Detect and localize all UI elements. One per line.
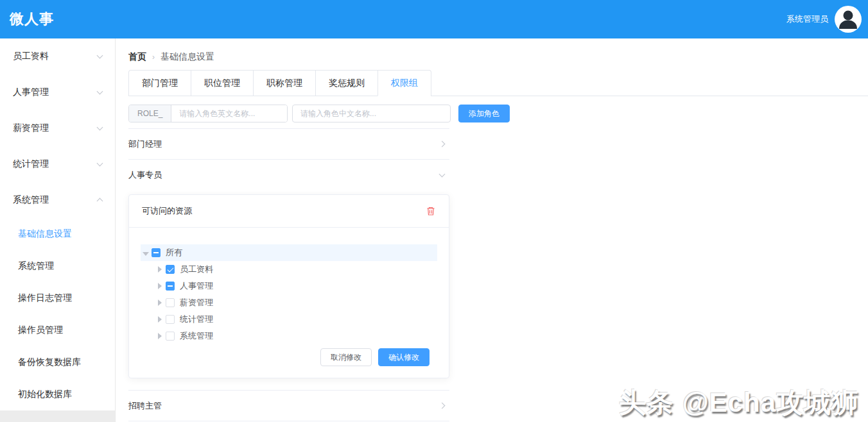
- tab-permission-groups[interactable]: 权限组: [378, 71, 431, 96]
- sidebar-item-statistics-mgmt[interactable]: 统计管理: [0, 146, 115, 182]
- sidebar-sub-operator-mgmt[interactable]: 操作员管理: [0, 314, 115, 346]
- sidebar-sub-init-db[interactable]: 初始化数据库: [0, 378, 115, 410]
- tab-bar: 部门管理 职位管理 职称管理 奖惩规则 权限组: [128, 70, 868, 96]
- main-content: 首页 › 基础信息设置 部门管理 职位管理 职称管理 奖惩规则 权限组 ROLE…: [116, 38, 868, 422]
- chevron-up-icon: [97, 198, 103, 205]
- chevron-right-icon: [439, 403, 446, 409]
- submenu-item-label: 初始化数据库: [18, 389, 72, 400]
- role-en-name-input[interactable]: [171, 105, 287, 122]
- sidebar-sub-basic-info-settings[interactable]: 基础信息设置: [0, 218, 115, 250]
- checkbox-unchecked[interactable]: [166, 332, 175, 341]
- sidebar-sub-system-mgmt[interactable]: 系统管理: [0, 250, 115, 282]
- breadcrumb: 首页 › 基础信息设置: [128, 51, 868, 63]
- app-header: 微人事 系统管理员: [0, 0, 868, 38]
- checkbox-indeterminate[interactable]: [152, 248, 161, 257]
- tree-node-salary-mgmt[interactable]: 薪资管理: [141, 294, 437, 311]
- sidebar-item-label: 员工资料: [13, 51, 49, 62]
- sidebar-nav: 员工资料 人事管理 薪资管理 统计管理 系统管理 基础信息设置: [0, 38, 116, 422]
- app-title: 微人事: [10, 10, 54, 29]
- caret-right-icon[interactable]: [158, 283, 162, 289]
- checkbox-checked[interactable]: [166, 265, 175, 274]
- trash-icon: [426, 206, 436, 216]
- sidebar-item-label: 人事管理: [13, 87, 49, 98]
- role-panel-recruitment-supervisor[interactable]: 招聘主管: [128, 391, 449, 421]
- roles-collapse-list: 部门经理 人事专员 可访问的资源: [128, 128, 449, 421]
- add-role-form: ROLE_ 添加角色: [128, 105, 868, 122]
- confirm-changes-button[interactable]: 确认修改: [378, 348, 430, 366]
- breadcrumb-current: 基础信息设置: [161, 51, 214, 63]
- tree-node-label: 所有: [166, 247, 182, 258]
- breadcrumb-home[interactable]: 首页: [128, 51, 146, 63]
- sidebar-sub-backup-restore-db[interactable]: 备份恢复数据库: [0, 346, 115, 378]
- submenu-item-label: 备份恢复数据库: [18, 357, 81, 368]
- role-panel-hr-specialist-content: 可访问的资源: [128, 190, 449, 391]
- header-user-area[interactable]: 系统管理员: [786, 6, 862, 33]
- app-window: 微人事 系统管理员 员工资料 人事管理 薪资管理: [0, 0, 868, 422]
- sidebar-item-label: 系统管理: [13, 194, 49, 206]
- sidebar-empty-area: [0, 410, 115, 422]
- resource-card-title: 可访问的资源: [142, 205, 192, 217]
- role-panel-department-manager[interactable]: 部门经理: [128, 129, 449, 160]
- sidebar-item-salary-mgmt[interactable]: 薪资管理: [0, 110, 115, 146]
- role-cn-name-input[interactable]: [292, 105, 451, 122]
- tree-action-buttons: 取消修改 确认修改: [141, 348, 437, 366]
- tab-position-mgmt[interactable]: 职位管理: [191, 71, 253, 96]
- checkbox-unchecked[interactable]: [166, 315, 175, 324]
- breadcrumb-separator-icon: ›: [152, 53, 155, 62]
- chevron-down-icon: [97, 89, 103, 95]
- role-name-label: 人事专员: [128, 169, 162, 181]
- caret-right-icon[interactable]: [158, 266, 162, 273]
- sidebar-sub-operation-log-mgmt[interactable]: 操作日志管理: [0, 282, 115, 314]
- role-name-label: 部门经理: [128, 139, 162, 150]
- tree-node-personnel-mgmt[interactable]: 人事管理: [141, 278, 437, 294]
- submenu-item-label: 操作员管理: [18, 325, 63, 336]
- sidebar-item-personnel-mgmt[interactable]: 人事管理: [0, 74, 115, 110]
- sidebar-item-label: 薪资管理: [13, 122, 49, 134]
- tree-node-all[interactable]: 所有: [141, 244, 437, 261]
- resource-card-header: 可访问的资源: [129, 195, 449, 228]
- add-role-button[interactable]: 添加角色: [458, 105, 510, 122]
- caret-right-icon[interactable]: [158, 300, 162, 306]
- cancel-changes-button[interactable]: 取消修改: [320, 348, 372, 366]
- chevron-down-icon: [97, 160, 103, 167]
- submenu-item-label: 操作日志管理: [18, 292, 72, 304]
- sidebar-item-system-mgmt[interactable]: 系统管理: [0, 182, 115, 218]
- tree-node-label: 员工资料: [180, 264, 213, 275]
- tree-node-label: 薪资管理: [180, 297, 213, 308]
- watermark-text: 头条 @Echa攻城狮: [619, 385, 859, 421]
- resource-card: 可访问的资源: [128, 194, 449, 378]
- sidebar-item-label: 统计管理: [13, 158, 49, 170]
- checkbox-unchecked[interactable]: [166, 298, 175, 307]
- chevron-down-icon: [439, 171, 446, 178]
- tree-node-label: 系统管理: [180, 330, 213, 342]
- resource-tree: 所有 员工资料 人事管理: [141, 244, 437, 344]
- caret-right-icon[interactable]: [158, 316, 162, 323]
- delete-role-button[interactable]: [426, 206, 436, 216]
- chevron-down-icon: [97, 53, 103, 59]
- role-prefix-label: ROLE_: [129, 105, 171, 122]
- tree-node-employee-data[interactable]: 员工资料: [141, 261, 437, 278]
- role-en-name-group: ROLE_: [128, 105, 288, 122]
- tree-node-statistics-mgmt[interactable]: 统计管理: [141, 311, 437, 328]
- current-user-name: 系统管理员: [786, 13, 828, 25]
- resource-card-body: 所有 员工资料 人事管理: [129, 228, 449, 378]
- role-name-label: 招聘主管: [128, 400, 162, 412]
- tab-department-mgmt[interactable]: 部门管理: [129, 71, 191, 96]
- caret-down-icon[interactable]: [143, 252, 149, 256]
- tab-reward-rules[interactable]: 奖惩规则: [315, 71, 378, 96]
- chevron-right-icon: [439, 141, 446, 148]
- sidebar-item-employee-data[interactable]: 员工资料: [0, 38, 115, 74]
- submenu-item-label: 系统管理: [18, 260, 54, 272]
- tab-nav: 部门管理 职位管理 职称管理 奖惩规则 权限组: [128, 70, 431, 96]
- tree-node-label: 统计管理: [180, 314, 213, 325]
- user-avatar-icon[interactable]: [835, 6, 862, 33]
- tab-bar-filler: [431, 70, 868, 96]
- submenu-item-label: 基础信息设置: [18, 228, 72, 240]
- tree-node-label: 人事管理: [180, 280, 213, 292]
- tab-title-mgmt[interactable]: 职称管理: [253, 71, 315, 96]
- chevron-down-icon: [97, 124, 103, 131]
- caret-right-icon[interactable]: [158, 333, 162, 339]
- tree-node-system-mgmt[interactable]: 系统管理: [141, 328, 437, 344]
- role-panel-hr-specialist[interactable]: 人事专员: [128, 160, 449, 190]
- checkbox-indeterminate[interactable]: [166, 282, 175, 291]
